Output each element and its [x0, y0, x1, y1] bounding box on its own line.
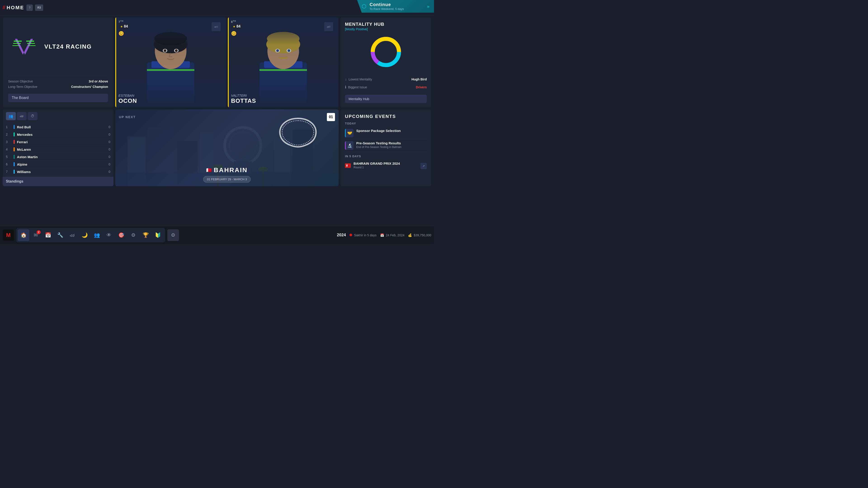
longterm-obj-label: Long-Term Objective	[8, 85, 37, 89]
standing-row: 5 Aston Martin 0	[6, 153, 110, 161]
driver1-rating: ★ 84	[119, 24, 130, 29]
continue-button[interactable]: ⬡ Continue To Race Weekend, 5 days »	[357, 0, 434, 13]
board-button[interactable]: The Board	[8, 94, 108, 102]
continue-title: Continue	[370, 2, 404, 7]
standing-name: Mercedes	[17, 133, 108, 136]
driver1-accent-bar	[115, 17, 116, 107]
standing-pts: 0	[108, 148, 110, 151]
donut-area	[345, 31, 427, 73]
driver1-top: 7TH ★ 84 🏎1	[119, 20, 223, 29]
standing-name: Aston Martin	[17, 155, 108, 159]
team-logo-svg	[10, 37, 37, 57]
nav-home[interactable]: 🏠	[18, 229, 29, 241]
standing-name: Ferrari	[17, 140, 108, 144]
tab-drivers[interactable]: 🏎	[17, 112, 27, 120]
driver2-card[interactable]: 8TH ★ 84 🏎2 😊 VALTTERI BOTTAS	[228, 17, 339, 107]
continue-icon: ⬡	[362, 3, 366, 9]
biggest-issue-label: ℹ Biggest Issue	[345, 85, 367, 89]
event-gp-link-button[interactable]: ↗	[421, 163, 427, 169]
nav-objectives[interactable]: 🎯	[115, 229, 127, 241]
standing-name: McLaren	[17, 148, 108, 151]
standing-row: 4 McLaren 0	[6, 146, 110, 153]
nav-finances[interactable]: ⚙	[127, 229, 139, 241]
standing-bar-icon	[13, 140, 15, 144]
driver2-top: 8TH ★ 84 🏎2	[231, 20, 336, 29]
settings-button[interactable]: ⚙	[167, 229, 179, 241]
nav-staff[interactable]: 👥	[91, 229, 103, 241]
standings-card: 👥 🏎 ⏱ 1 Red Bull 0 2 Mercedes 0 3 Ferrar…	[3, 109, 114, 186]
driver1-firstname: ESTEBAN	[119, 94, 223, 97]
race-header: UP NEXT 01	[119, 113, 335, 121]
race-date-badge: 01 FEBRUARY 29 - MARCH 3	[203, 176, 251, 183]
standing-pos: 3	[6, 140, 11, 144]
event-testing[interactable]: 🔬 Pre-Season Testing Results End of Pre-…	[345, 139, 427, 152]
mentality-donut-chart	[368, 34, 404, 70]
event-gp-name: BAHRAIN GRAND PRIX 2024	[353, 162, 400, 165]
race-name: BAHRAIN	[214, 166, 248, 174]
next-race-card[interactable]: UP NEXT 01 🇧🇭 BAHRAIN 01 FEBRUARY 29 - M…	[115, 109, 339, 186]
main-grid: VLT24 RACING Season Objective 3rd or Abo…	[0, 15, 434, 226]
standing-row: 3 Ferrari 0	[6, 138, 110, 146]
driver2-car-icon: 🏎2	[324, 22, 333, 31]
standings-footer-button[interactable]: Standings	[3, 177, 114, 186]
team-logo	[8, 35, 40, 58]
m-logo: M	[3, 230, 14, 241]
race-num-badge: 01	[327, 113, 335, 121]
nav-scouting[interactable]: 👁	[103, 229, 115, 241]
standing-row: 7 Williams 0	[6, 168, 110, 175]
lowest-mentality-value: Hugh Bird	[411, 77, 427, 81]
driver1-star-icon: ★	[120, 25, 123, 28]
top-bar: // HOME ? R3 ⬡ Continue To Race Weekend,…	[0, 0, 434, 15]
continue-subtitle: To Race Weekend, 5 days	[370, 7, 404, 11]
race-track-area	[119, 121, 335, 166]
driver2-position: 8TH	[231, 20, 242, 24]
standing-bar-icon	[13, 170, 15, 174]
up-next-label: UP NEXT	[119, 115, 135, 119]
testing-icon: 🔬	[345, 141, 353, 150]
r3-button[interactable]: R3	[35, 4, 43, 11]
bahrain-flag-icon: 🇧🇭	[206, 167, 212, 173]
nav-calendar[interactable]: 📅	[42, 229, 54, 241]
standing-pts: 0	[108, 162, 110, 166]
calendar-icon: 📅	[380, 233, 384, 237]
nav-records[interactable]: 🔰	[152, 229, 164, 241]
nav-email[interactable]: ✉ 2	[30, 229, 41, 241]
driver2-mood: 😊	[231, 31, 237, 36]
nav-standings-nav[interactable]: 🏆	[140, 229, 151, 241]
standing-name: Williams	[17, 170, 108, 174]
status-date: 📅 24 Feb, 2024	[380, 233, 404, 237]
status-money: 💰 $39,750,000	[408, 233, 431, 237]
season-objective-row: Season Objective 3rd or Above	[8, 79, 108, 83]
standing-bar-icon	[13, 155, 15, 159]
driver2-info: VALTTERI BOTTAS	[231, 94, 336, 104]
driver1-car-icon: 🏎1	[212, 22, 221, 31]
biggest-issue-row: ℹ Biggest Issue Drivers	[345, 84, 427, 90]
driver1-lastname: OCON	[119, 97, 223, 104]
mentality-hub-button[interactable]: Mentality Hub	[345, 95, 427, 103]
driver1-position: 7TH	[119, 20, 130, 24]
events-title: UPCOMING EVENTS	[345, 114, 427, 119]
event-gp[interactable]: 🇧🇭 BAHRAIN GRAND PRIX 2024 Round 1 ↗	[345, 160, 427, 171]
status-year: 2024	[337, 233, 346, 237]
driver2-accent-bar	[228, 17, 229, 107]
nav-strategy[interactable]: 🌙	[79, 229, 90, 241]
event-sponsor[interactable]: 🤝 Sponsor Package Selection	[345, 127, 427, 139]
longterm-objective-row: Long-Term Objective Constructors' Champi…	[8, 85, 108, 89]
nav-race[interactable]: 🏎	[66, 229, 78, 241]
tab-constructors[interactable]: 👥	[6, 112, 16, 120]
standing-row: 1 Red Bull 0	[6, 123, 110, 131]
mentality-status: [Mostly Positive]	[345, 27, 384, 31]
help-button[interactable]: ?	[26, 4, 33, 11]
bottom-bar: M 🏠 ✉ 2 📅 🔧 🏎 🌙 👥 👁 🎯 ⚙ 🏆 🔰 ⚙ 2024 Sakhi…	[0, 226, 434, 244]
driver1-card[interactable]: 7TH ★ 84 🏎1 😊 ESTEBAN OCON	[115, 17, 226, 107]
location-dot-icon	[349, 234, 352, 236]
page-title: HOME	[6, 5, 24, 11]
nav-development[interactable]: 🔧	[54, 229, 66, 241]
driver2-rating: ★ 84	[231, 24, 242, 29]
nav-badge: 2	[37, 230, 41, 234]
event-testing-sub: End of Pre-Season Testing in Bahrain	[356, 145, 401, 149]
standing-bar-icon	[13, 147, 15, 151]
standing-pts: 0	[108, 125, 110, 129]
driver1-rating-value: 84	[124, 24, 128, 29]
tab-timer[interactable]: ⏱	[28, 112, 37, 120]
